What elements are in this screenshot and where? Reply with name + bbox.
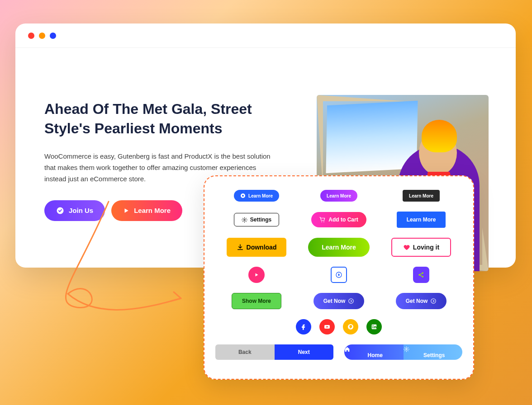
svg-point-16 — [405, 348, 407, 349]
dark-learn-more-button[interactable]: Learn More — [403, 190, 440, 202]
purple-learn-more-button[interactable]: Learn More — [320, 190, 357, 202]
chat-learn-more-button[interactable]: Learn More — [234, 190, 279, 202]
get-now-button-2[interactable]: Get Now — [396, 293, 447, 309]
home-icon — [344, 346, 350, 352]
social-icons-row — [215, 319, 462, 334]
close-icon[interactable] — [28, 33, 34, 39]
gear-icon — [242, 217, 247, 223]
svg-point-15 — [373, 325, 374, 326]
play-circle-button[interactable] — [248, 267, 265, 283]
maximize-icon[interactable] — [50, 33, 56, 39]
settings-footer-button[interactable]: Settings — [404, 344, 463, 360]
compass-icon — [335, 271, 342, 278]
blue-learn-more-button[interactable]: Learn More — [397, 212, 446, 228]
download-icon — [237, 244, 244, 251]
facebook-icon[interactable] — [296, 319, 311, 334]
play-icon — [123, 207, 129, 214]
cart-icon — [319, 217, 326, 223]
next-button[interactable]: Next — [275, 344, 334, 360]
loving-it-button[interactable]: Loving it — [391, 238, 451, 257]
pinterest-icon[interactable] — [343, 319, 358, 334]
add-to-cart-button[interactable]: Add to Cart — [311, 212, 366, 227]
linkedin-icon[interactable] — [366, 319, 382, 334]
back-button[interactable]: Back — [215, 344, 275, 360]
play-icon — [254, 272, 259, 278]
title-bar — [15, 24, 516, 48]
get-now-button-1[interactable]: Get Now — [314, 293, 365, 309]
svg-point-2 — [244, 219, 245, 220]
minimize-icon[interactable] — [39, 33, 45, 39]
home-button[interactable]: Home — [344, 344, 404, 360]
youtube-icon[interactable] — [319, 319, 335, 334]
svg-point-4 — [323, 221, 324, 222]
green-learn-more-button[interactable]: Learn More — [308, 238, 369, 257]
svg-point-10 — [431, 299, 436, 304]
share-icon — [418, 271, 425, 278]
arrow-circle-icon — [430, 298, 437, 304]
buttons-panel: Learn More Learn More Learn More Setting… — [204, 175, 474, 380]
join-us-button[interactable]: Join Us — [44, 200, 105, 221]
chat-icon — [240, 193, 246, 198]
svg-point-3 — [322, 221, 323, 222]
download-button[interactable]: Download — [227, 238, 287, 257]
learn-more-button[interactable]: Learn More — [111, 200, 182, 221]
show-more-button[interactable]: Show More — [232, 293, 281, 309]
gear-icon — [404, 346, 409, 352]
check-circle-icon — [56, 207, 64, 215]
heart-icon — [403, 244, 410, 251]
direction-button[interactable] — [331, 267, 347, 283]
settings-button[interactable]: Settings — [234, 213, 279, 226]
arrow-circle-icon — [348, 298, 354, 304]
svg-point-9 — [349, 299, 354, 304]
svg-rect-14 — [373, 326, 374, 329]
share-button[interactable] — [413, 267, 429, 283]
page-title: Ahead Of The Met Gala, Street Style's Pe… — [44, 99, 280, 138]
